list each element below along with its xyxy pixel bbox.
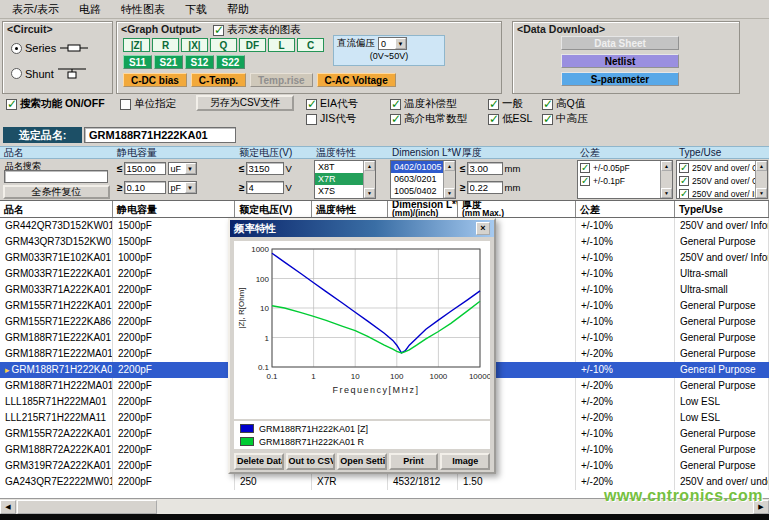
table-header-2[interactable]: 额定电压(V) bbox=[235, 201, 312, 217]
char-button-c-dc-bias[interactable]: C-DC bias bbox=[123, 73, 187, 87]
chevron-down-icon[interactable]: ▼ bbox=[185, 163, 196, 174]
high-q-checkbox[interactable] bbox=[542, 99, 553, 110]
graph-button-df[interactable]: DF bbox=[239, 38, 266, 52]
tolerance-option-0[interactable]: +/-0.05pF bbox=[578, 161, 672, 174]
graph-button-s11[interactable]: S11 bbox=[123, 55, 152, 69]
graph-button-s22[interactable]: S22 bbox=[216, 55, 245, 69]
search-toggle[interactable]: 搜索功能 ON/OFF bbox=[6, 97, 105, 111]
scroll-down-icon[interactable]: ▼ bbox=[756, 188, 767, 198]
table-header-3[interactable]: 温度特性 bbox=[312, 201, 388, 217]
name-search-input[interactable] bbox=[4, 170, 108, 183]
type-use-checklist[interactable]: ▲▼ 250V and over/ Camera250V and over/ G… bbox=[676, 160, 768, 199]
graph-button-q[interactable]: Q bbox=[210, 38, 237, 52]
dialog-title-bar[interactable]: 频率特性 × bbox=[230, 220, 494, 237]
temp-char-listbox[interactable]: ▲▼ X8TX7RX7S bbox=[314, 160, 376, 199]
unit-toggle-checkbox[interactable] bbox=[120, 99, 131, 110]
popup-button-out-to-csv[interactable]: Out to CSV bbox=[286, 453, 336, 470]
jis-code-toggle[interactable]: JIS代号 bbox=[306, 112, 356, 126]
graph-button-s21[interactable]: S21 bbox=[154, 55, 183, 69]
scroll-down-icon[interactable]: ▼ bbox=[364, 188, 375, 198]
tolerance-checklist[interactable]: ▲▼ +/-0.05pF+/-0.1pF bbox=[577, 160, 673, 199]
series-radio-icon[interactable] bbox=[11, 43, 22, 54]
chevron-down-icon[interactable]: ▼ bbox=[185, 182, 196, 193]
checkbox-icon[interactable] bbox=[679, 163, 689, 173]
table-header-0[interactable]: 品名 bbox=[0, 201, 113, 217]
high-k-checkbox[interactable] bbox=[390, 114, 401, 125]
checkbox-icon[interactable] bbox=[679, 189, 689, 199]
jis-code-checkbox[interactable] bbox=[306, 114, 317, 125]
mid-hv-checkbox[interactable] bbox=[542, 114, 553, 125]
table-header-5[interactable]: 厚度(mm Max.) bbox=[458, 201, 576, 217]
table-header-6[interactable]: 公差 bbox=[576, 201, 675, 217]
series-radio[interactable]: Series bbox=[11, 42, 89, 54]
table-header-1[interactable]: 静电容量 bbox=[113, 201, 235, 217]
temp-comp-checkbox[interactable] bbox=[390, 99, 401, 110]
scroll-down-icon[interactable]: ▼ bbox=[444, 188, 455, 198]
menu-item-item[interactable]: 下载 bbox=[175, 0, 217, 19]
dimension-listbox[interactable]: ▲▼ 0402/010050603/02011005/0402 bbox=[390, 160, 456, 199]
menu-item-item[interactable]: 帮助 bbox=[217, 0, 259, 19]
high-k-toggle[interactable]: 高介电常数型 bbox=[390, 112, 467, 126]
capacitance-min-unit-select[interactable]: pF▼ bbox=[168, 181, 197, 194]
popup-button-delete-data[interactable]: Delete Data bbox=[234, 453, 284, 470]
graph-button-s12[interactable]: S12 bbox=[185, 55, 214, 69]
low-esl-toggle[interactable]: 低ESL bbox=[488, 112, 532, 126]
scroll-up-icon[interactable]: ▲ bbox=[661, 161, 672, 171]
popup-button-print[interactable]: Print bbox=[389, 453, 439, 470]
voltage-max-input[interactable] bbox=[246, 162, 284, 175]
save-csv-button[interactable]: 另存为CSV文件 bbox=[196, 95, 294, 111]
popup-button-open-setting[interactable]: Open Setting bbox=[337, 453, 387, 470]
graph-button-r[interactable]: R bbox=[152, 38, 179, 52]
checkbox-icon[interactable] bbox=[679, 176, 689, 186]
scroll-down-icon[interactable]: ▼ bbox=[661, 188, 672, 198]
scrollbar[interactable]: ▲▼ bbox=[755, 161, 767, 198]
type-use-option-0[interactable]: 250V and over/ Camera bbox=[677, 161, 767, 174]
voltage-min-input[interactable] bbox=[246, 181, 284, 194]
menu-item-item[interactable]: 特性图表 bbox=[111, 0, 175, 19]
popup-button-image[interactable]: Image bbox=[440, 453, 490, 470]
graph-button-z[interactable]: |Z| bbox=[123, 38, 150, 52]
chevron-down-icon[interactable]: ▼ bbox=[395, 38, 406, 49]
reset-all-filters-button[interactable]: 全条件复位 bbox=[3, 185, 110, 199]
temp-comp-toggle[interactable]: 温度补偿型 bbox=[390, 97, 457, 111]
scrollbar[interactable]: ▲▼ bbox=[660, 161, 672, 198]
type-use-option-2[interactable]: 250V and over/ Informat bbox=[677, 187, 767, 199]
general-checkbox[interactable] bbox=[488, 99, 499, 110]
scrollbar-thumb[interactable] bbox=[17, 500, 157, 514]
download-button-netlist[interactable]: Netlist bbox=[561, 54, 679, 68]
search-toggle-checkbox[interactable] bbox=[6, 99, 17, 110]
unit-toggle[interactable]: 单位指定 bbox=[120, 97, 176, 111]
table-header-7[interactable]: Type/Use bbox=[675, 201, 769, 217]
table-header-4[interactable]: Dimension L*W(mm)/(inch) bbox=[388, 201, 458, 217]
shunt-radio-icon[interactable] bbox=[11, 68, 22, 79]
overlay-graph-toggle[interactable]: 表示发表的图表 bbox=[213, 23, 301, 37]
scroll-left-icon[interactable]: ◀ bbox=[0, 500, 16, 514]
scroll-up-icon[interactable]: ▲ bbox=[756, 161, 767, 171]
shunt-radio[interactable]: Shunt bbox=[11, 66, 87, 81]
checkbox-icon[interactable] bbox=[580, 176, 590, 186]
thickness-max-input[interactable] bbox=[467, 162, 503, 175]
scrollbar[interactable]: ▲▼ bbox=[443, 161, 455, 198]
scrollbar[interactable]: ▲▼ bbox=[363, 161, 375, 198]
eia-code-checkbox[interactable] bbox=[306, 99, 317, 110]
eia-code-toggle[interactable]: EIA代号 bbox=[306, 97, 358, 111]
capacitance-min-input[interactable] bbox=[124, 181, 166, 194]
char-button-c-temp[interactable]: C-Temp. bbox=[191, 73, 246, 87]
checkbox-icon[interactable] bbox=[580, 163, 590, 173]
high-q-toggle[interactable]: 高Q值 bbox=[542, 97, 585, 111]
graph-button-l[interactable]: L bbox=[268, 38, 295, 52]
close-icon[interactable]: × bbox=[476, 222, 490, 235]
capacitance-max-input[interactable] bbox=[124, 162, 166, 175]
mid-hv-toggle[interactable]: 中高压 bbox=[542, 112, 588, 126]
type-use-option-1[interactable]: 250V and over/ General bbox=[677, 174, 767, 187]
overlay-graph-checkbox[interactable] bbox=[213, 25, 224, 36]
general-toggle[interactable]: 一般 bbox=[488, 97, 523, 111]
download-button-s-parameter[interactable]: S-parameter bbox=[561, 72, 679, 86]
graph-button-x[interactable]: |X| bbox=[181, 38, 208, 52]
scroll-up-icon[interactable]: ▲ bbox=[364, 161, 375, 171]
tolerance-option-1[interactable]: +/-0.1pF bbox=[578, 174, 672, 187]
thickness-min-input[interactable] bbox=[467, 181, 503, 194]
char-button-c-ac-voltage[interactable]: C-AC Voltage bbox=[317, 73, 396, 87]
low-esl-checkbox[interactable] bbox=[488, 114, 499, 125]
menu-item-item[interactable]: 电路 bbox=[69, 0, 111, 19]
